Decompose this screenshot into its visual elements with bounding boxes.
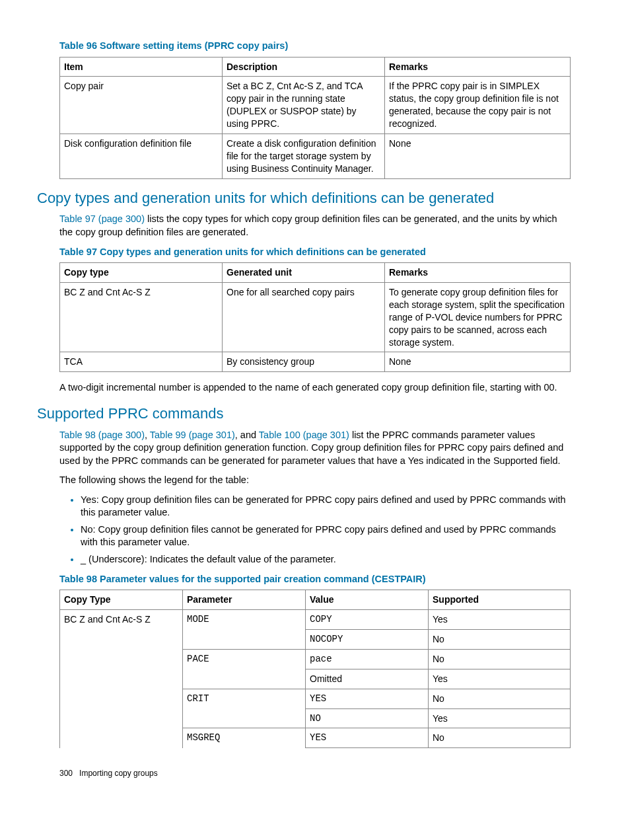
table-row: Disk configuration definition file Creat… bbox=[60, 134, 571, 179]
cell: No bbox=[429, 689, 571, 708]
table-row: TCA By consistency group None bbox=[60, 352, 571, 372]
cell: Yes bbox=[429, 708, 571, 728]
col-item: Item bbox=[60, 57, 223, 77]
table-row: Copy pair Set a BC Z, Cnt Ac-S Z, and TC… bbox=[60, 77, 571, 134]
link-table-100[interactable]: Table 100 (page 301) bbox=[259, 430, 349, 440]
cell: Omitted bbox=[306, 669, 429, 689]
cell: YES bbox=[306, 689, 429, 708]
col-generated-unit: Generated unit bbox=[223, 263, 385, 283]
table-96: Item Description Remarks Copy pair Set a… bbox=[59, 57, 571, 179]
table-row: BC Z and Cnt Ac-S Z One for all searched… bbox=[60, 282, 571, 352]
cell: Yes bbox=[429, 610, 571, 630]
page-footer: 300 Importing copy groups bbox=[59, 768, 571, 779]
cell: No bbox=[429, 629, 571, 649]
col-parameter: Parameter bbox=[183, 590, 306, 610]
col-remarks: Remarks bbox=[385, 263, 571, 283]
page-number: 300 bbox=[59, 769, 73, 778]
section-name: Importing copy groups bbox=[79, 769, 158, 778]
link-table-99[interactable]: Table 99 (page 301) bbox=[150, 430, 235, 440]
link-table-97[interactable]: Table 97 (page 300) bbox=[59, 213, 145, 224]
cell: Create a disk configuration definition f… bbox=[223, 134, 385, 179]
cell: Copy pair bbox=[60, 77, 223, 134]
col-copy-type: Copy Type bbox=[60, 590, 183, 610]
list-item: Yes: Copy group definition files can be … bbox=[81, 494, 571, 519]
list-item: No: Copy group definition files cannot b… bbox=[81, 523, 571, 549]
heading-supported-pprc: Supported PPRC commands bbox=[37, 404, 571, 424]
col-remarks: Remarks bbox=[385, 57, 571, 77]
cell: Yes bbox=[429, 669, 571, 689]
cell: To generate copy group definition files … bbox=[385, 282, 571, 352]
cell: CRIT bbox=[183, 689, 306, 728]
table-98-caption: Table 98 Parameter values for the suppor… bbox=[59, 573, 571, 586]
cell: pace bbox=[306, 649, 429, 669]
table-row: Copy Type Parameter Value Supported bbox=[60, 590, 571, 610]
list-item: _ (Underscore): Indicates the default va… bbox=[81, 553, 571, 566]
col-supported: Supported bbox=[429, 590, 571, 610]
cell: MSGREQ bbox=[183, 728, 306, 748]
heading-copy-types: Copy types and generation units for whic… bbox=[37, 188, 571, 208]
cell: NO bbox=[306, 708, 429, 728]
cell: By consistency group bbox=[223, 352, 385, 372]
table-row: BC Z and Cnt Ac-S Z MODE COPY Yes bbox=[60, 610, 571, 630]
paragraph: The following shows the legend for the t… bbox=[59, 474, 571, 487]
cell: If the PPRC copy pair is in SIMPLEX stat… bbox=[385, 77, 571, 134]
paragraph: Table 97 (page 300) lists the copy types… bbox=[59, 213, 571, 239]
cell: Disk configuration definition file bbox=[60, 134, 223, 179]
cell: None bbox=[385, 134, 571, 179]
cell: PACE bbox=[183, 649, 306, 689]
paragraph: Table 98 (page 300), Table 99 (page 301)… bbox=[59, 429, 571, 468]
cell: No bbox=[429, 728, 571, 748]
link-table-98[interactable]: Table 98 (page 300) bbox=[59, 430, 145, 440]
cell: None bbox=[385, 352, 571, 372]
cell: BC Z and Cnt Ac-S Z bbox=[60, 282, 223, 352]
cell: Set a BC Z, Cnt Ac-S Z, and TCA copy pai… bbox=[223, 77, 385, 134]
legend-list: Yes: Copy group definition files can be … bbox=[59, 494, 571, 566]
cell: NOCOPY bbox=[306, 629, 429, 649]
paragraph: A two-digit incremental number is append… bbox=[59, 381, 571, 395]
col-description: Description bbox=[223, 57, 385, 77]
col-copy-type: Copy type bbox=[60, 263, 223, 283]
cell: BC Z and Cnt Ac-S Z bbox=[60, 610, 183, 748]
cell: One for all searched copy pairs bbox=[223, 282, 385, 352]
cell: YES bbox=[306, 728, 429, 748]
cell: TCA bbox=[60, 352, 223, 372]
cell: COPY bbox=[306, 610, 429, 630]
table-row: Copy type Generated unit Remarks bbox=[60, 263, 571, 283]
table-98: Copy Type Parameter Value Supported BC Z… bbox=[59, 590, 571, 748]
cell: MODE bbox=[183, 610, 306, 650]
table-row: Item Description Remarks bbox=[60, 57, 571, 77]
table-97: Copy type Generated unit Remarks BC Z an… bbox=[59, 262, 571, 372]
table-97-caption: Table 97 Copy types and generation units… bbox=[59, 246, 571, 259]
cell: No bbox=[429, 649, 571, 669]
table-96-caption: Table 96 Software setting items (PPRC co… bbox=[59, 40, 571, 53]
col-value: Value bbox=[306, 590, 429, 610]
